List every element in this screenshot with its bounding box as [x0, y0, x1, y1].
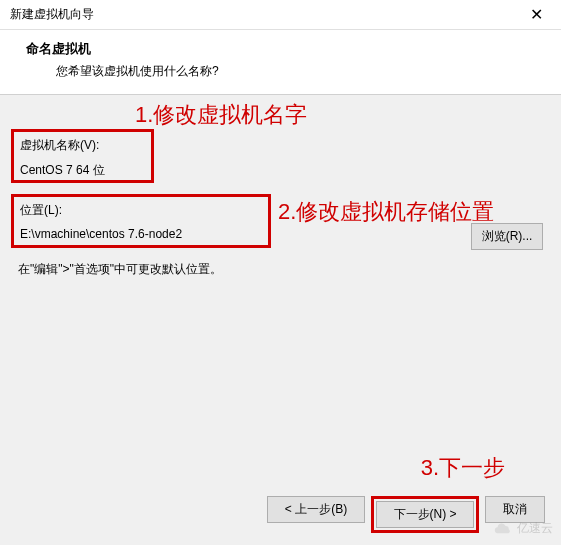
page-title: 命名虚拟机 [26, 40, 541, 58]
dialog-content: 命名虚拟机 您希望该虚拟机使用什么名称? 1.修改虚拟机名字 虚拟机名称(V):… [0, 30, 561, 545]
hint-text: 在"编辑">"首选项"中可更改默认位置。 [18, 261, 222, 278]
title-bar: 新建虚拟机向导 ✕ [0, 0, 561, 30]
location-display: E:\vmachine\centos 7.6-node2 [20, 227, 262, 241]
browse-button[interactable]: 浏览(R)... [471, 223, 543, 250]
vm-name-display: CentOS 7 64 位 [20, 162, 145, 179]
form-area: 1.修改虚拟机名字 虚拟机名称(V): CentOS 7 64 位 2.修改虚拟… [0, 95, 561, 123]
window-title: 新建虚拟机向导 [10, 6, 94, 23]
highlight-box-next: 下一步(N) > [371, 496, 479, 533]
page-subtitle: 您希望该虚拟机使用什么名称? [56, 63, 541, 80]
annotation-3: 3.下一步 [421, 453, 505, 483]
wizard-button-row: < 上一步(B) 下一步(N) > 取消 [267, 496, 545, 533]
highlight-box-vmname: 虚拟机名称(V): CentOS 7 64 位 [11, 129, 154, 183]
vm-name-label: 虚拟机名称(V): [20, 137, 145, 154]
wizard-header: 命名虚拟机 您希望该虚拟机使用什么名称? [0, 30, 561, 95]
location-label: 位置(L): [20, 202, 262, 219]
annotation-1: 1.修改虚拟机名字 [135, 100, 307, 130]
annotation-2: 2.修改虚拟机存储位置 [278, 197, 494, 227]
highlight-box-location: 位置(L): E:\vmachine\centos 7.6-node2 [11, 194, 271, 248]
next-button[interactable]: 下一步(N) > [376, 501, 474, 528]
close-icon[interactable]: ✕ [521, 5, 551, 24]
back-button[interactable]: < 上一步(B) [267, 496, 365, 523]
cancel-button[interactable]: 取消 [485, 496, 545, 523]
